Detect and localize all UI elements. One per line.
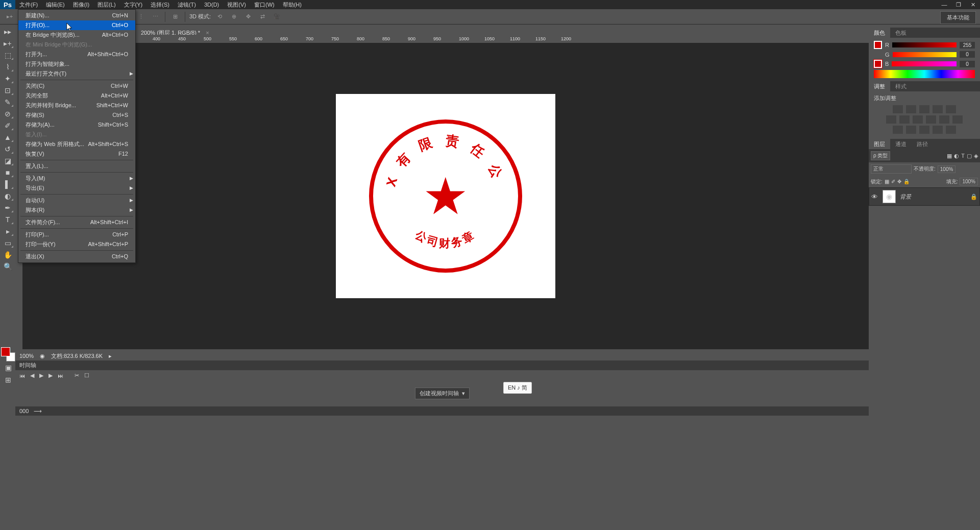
menu-item-10[interactable]: 关闭并转到 Bridge...Shift+Ctrl+W xyxy=(18,101,135,110)
status-arrow-icon[interactable]: ▸ xyxy=(109,353,112,359)
lock-position-icon[interactable]: ✥ xyxy=(897,179,901,184)
cut-icon[interactable]: ✂ xyxy=(75,372,79,379)
fill-input[interactable]: 100% xyxy=(960,178,978,185)
photo-filter-icon[interactable] xyxy=(926,115,936,124)
filter-adjust-icon[interactable]: ◐ xyxy=(954,153,959,159)
minimize-button[interactable]: — xyxy=(937,0,951,9)
tab-channels[interactable]: 通道 xyxy=(890,139,912,149)
selective-color-icon[interactable] xyxy=(946,126,956,134)
foreground-color[interactable] xyxy=(1,347,10,356)
lasso-tool[interactable]: ⌇ xyxy=(2,62,14,72)
vibrance-icon[interactable] xyxy=(946,105,956,113)
type-tool[interactable]: T xyxy=(2,214,14,225)
visibility-icon[interactable]: 👁 xyxy=(871,193,878,201)
tab-layers[interactable]: 图层 xyxy=(869,139,890,149)
zoom-tool[interactable]: 🔍 xyxy=(2,261,14,272)
color-preview[interactable] xyxy=(874,41,882,49)
tab-color[interactable]: 颜色 xyxy=(869,28,890,38)
workspace-switcher[interactable]: 基本功能 xyxy=(940,11,976,24)
menu-item-1[interactable]: 打开(O)...Ctrl+O xyxy=(18,20,135,30)
menu-edit[interactable]: 编辑(E) xyxy=(42,0,69,9)
zoom-level[interactable]: 100% xyxy=(19,353,34,359)
filter-shape-icon[interactable]: ▢ xyxy=(967,153,972,159)
filter-type-select[interactable]: ρ 类型 xyxy=(871,151,890,160)
first-frame-icon[interactable]: ⏮ xyxy=(19,373,25,379)
g-slider[interactable] xyxy=(893,52,957,57)
eyedropper-tool[interactable]: ✎ xyxy=(2,97,14,107)
menu-item-28[interactable]: 打印一份(Y)Alt+Shift+Ctrl+P xyxy=(18,239,135,249)
menu-type[interactable]: 文字(Y) xyxy=(120,0,147,9)
clone-stamp-tool[interactable]: ▲ xyxy=(2,132,14,142)
b-slider[interactable] xyxy=(892,61,957,66)
next-frame-icon[interactable]: ▶ xyxy=(48,372,53,379)
menu-item-9[interactable]: 关闭全部Alt+Ctrl+W xyxy=(18,91,135,101)
orbit-icon[interactable]: ⟲ xyxy=(214,11,225,22)
blur-tool[interactable]: ▌ xyxy=(2,179,14,189)
menu-item-12[interactable]: 存储为(A)...Shift+Ctrl+S xyxy=(18,120,135,130)
close-button[interactable]: ✕ xyxy=(966,0,980,9)
menu-item-14[interactable]: 存储为 Web 所用格式...Alt+Shift+Ctrl+S xyxy=(18,139,135,149)
gradient-map-icon[interactable] xyxy=(933,126,943,134)
ime-indicator[interactable]: EN ♪ 简 xyxy=(503,382,532,394)
history-brush-tool[interactable]: ↺ xyxy=(2,144,14,154)
zoom3d-icon[interactable]: 🎥 xyxy=(271,11,282,22)
menu-layer[interactable]: 图层(L) xyxy=(93,0,119,9)
layer-item-background[interactable]: 👁 ◉ 背景 🔒 xyxy=(869,187,980,206)
create-timeline-button[interactable]: 创建视频时间轴 ▾ xyxy=(415,388,470,399)
menu-view[interactable]: 视图(V) xyxy=(223,0,250,9)
b-value[interactable]: 0 xyxy=(960,61,975,67)
dropdown-icon[interactable]: ▾ xyxy=(462,390,465,397)
exposure-icon[interactable] xyxy=(933,105,943,113)
healing-brush-tool[interactable]: ⊘ xyxy=(2,109,14,119)
menu-filter[interactable]: 滤镜(T) xyxy=(174,0,200,9)
shape-tool[interactable]: ▭ xyxy=(2,238,14,248)
hue-icon[interactable] xyxy=(886,115,896,124)
options-icon[interactable]: ☐ xyxy=(84,372,89,379)
distribute-v-icon[interactable]: ⋮ xyxy=(135,11,146,22)
menu-help[interactable]: 帮助(H) xyxy=(279,0,306,9)
invert-icon[interactable] xyxy=(893,126,903,134)
menu-item-17[interactable]: 置入(L)... xyxy=(18,161,135,171)
auto-align-icon[interactable]: ⊞ xyxy=(169,11,181,22)
last-frame-icon[interactable]: ⏭ xyxy=(58,373,63,379)
menu-item-25[interactable]: 文件简介(F)...Alt+Shift+Ctrl+I xyxy=(18,218,135,227)
posterize-icon[interactable] xyxy=(906,126,916,134)
menu-item-20[interactable]: 导出(E)▶ xyxy=(18,183,135,193)
menu-item-6[interactable]: 最近打开文件(T)▶ xyxy=(18,69,135,79)
threshold-icon[interactable] xyxy=(919,126,929,134)
brightness-icon[interactable] xyxy=(893,105,903,113)
tab-swatches[interactable]: 色板 xyxy=(890,28,912,38)
path-selection-tool[interactable]: ▸ xyxy=(2,226,14,236)
menu-item-15[interactable]: 恢复(V)F12 xyxy=(18,149,135,159)
filter-pixel-icon[interactable]: ▦ xyxy=(947,153,952,159)
levels-icon[interactable] xyxy=(906,105,916,113)
marquee-tool[interactable]: ⬚ xyxy=(2,50,14,60)
pan-icon[interactable]: ✥ xyxy=(242,11,254,22)
tab-paths[interactable]: 路径 xyxy=(912,139,933,149)
menu-item-22[interactable]: 自动(U)▶ xyxy=(18,196,135,205)
crop-tool[interactable]: ⊡ xyxy=(2,85,14,95)
menu-3d[interactable]: 3D(D) xyxy=(200,0,223,9)
menu-item-11[interactable]: 存储(S)Ctrl+S xyxy=(18,110,135,120)
timeline-slider-icon[interactable]: ⟶ xyxy=(34,408,42,415)
roll-icon[interactable]: ⊕ xyxy=(228,11,239,22)
eraser-tool[interactable]: ◪ xyxy=(2,156,14,166)
curves-icon[interactable] xyxy=(919,105,929,113)
menu-item-23[interactable]: 脚本(R)▶ xyxy=(18,205,135,215)
color-swatches[interactable] xyxy=(1,347,15,362)
color-balance-icon[interactable] xyxy=(899,115,910,124)
tab-adjustments[interactable]: 调整 xyxy=(869,81,890,91)
hue-strip[interactable] xyxy=(874,70,975,78)
r-slider[interactable] xyxy=(892,42,957,47)
menu-item-2[interactable]: 在 Bridge 中浏览(B)...Alt+Ctrl+O xyxy=(18,30,135,40)
screen-mode-icon[interactable]: ⊞ xyxy=(2,375,14,385)
maximize-button[interactable]: ❐ xyxy=(951,0,966,9)
play-icon[interactable]: ▶ xyxy=(39,372,43,379)
canvas-area[interactable]: X X 有 限 责 任 公 司 公司财务章 ★ xyxy=(22,43,869,349)
g-value[interactable]: 0 xyxy=(960,51,975,58)
bw-icon[interactable] xyxy=(913,115,923,124)
color-lookup-icon[interactable] xyxy=(952,115,963,124)
opacity-input[interactable]: 100% xyxy=(938,165,956,173)
menu-file[interactable]: 文件(F) xyxy=(15,0,42,9)
move-tool[interactable]: ▸+ xyxy=(2,38,14,49)
